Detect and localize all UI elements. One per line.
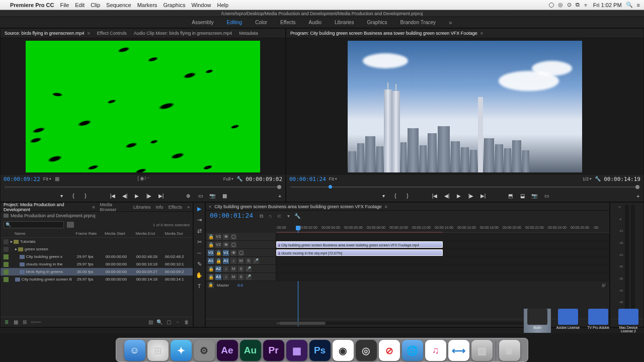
tab-program[interactable]: Program: City building green screen Busi… — [290, 31, 477, 36]
sync-lock-icon[interactable]: ◯ — [230, 234, 236, 240]
goto-out-icon[interactable]: ▶| — [479, 193, 487, 200]
dock-aftereffects-icon[interactable]: Ae — [217, 340, 238, 361]
solo-button[interactable]: S — [238, 274, 244, 280]
source-scrubber[interactable] — [1, 183, 285, 191]
dock-app-icon[interactable]: ◎ — [356, 340, 377, 361]
step-back-icon[interactable]: ◀| — [443, 193, 450, 200]
track-content[interactable] — [276, 233, 609, 240]
menu-icon[interactable]: ≡ — [637, 2, 640, 8]
lock-icon[interactable]: 🔒 — [215, 250, 221, 256]
track-target[interactable]: V2 — [215, 242, 221, 248]
desktop-item[interactable]: TV Pro Adobe — [585, 309, 612, 333]
tab-media-browser[interactable]: Media Browser — [100, 202, 128, 212]
lock-icon[interactable]: 🔒 — [208, 242, 214, 248]
menu-sequence[interactable]: Sequence — [103, 2, 134, 8]
marker-icon[interactable]: ▾ — [58, 193, 65, 200]
mute-button[interactable]: M — [230, 266, 236, 272]
voice-over-icon[interactable]: 🎤 — [246, 266, 252, 272]
marker-icon[interactable]: ▾ — [285, 213, 291, 219]
tab-effects[interactable]: Effects — [169, 205, 182, 210]
project-row[interactable]: ▸ Tutorials — [1, 238, 193, 245]
dock-photoshop-icon[interactable]: Ps — [309, 340, 331, 361]
menu-file[interactable]: File — [57, 2, 72, 8]
export-frame-icon[interactable]: 📷 — [209, 193, 216, 200]
track-target[interactable]: A1 — [223, 258, 229, 264]
workspace-audio[interactable]: Audio — [308, 20, 321, 25]
button-editor-icon[interactable]: ▦ — [221, 193, 228, 200]
desktop-item[interactable]: Build — [524, 309, 551, 333]
menu-help[interactable]: Help — [214, 2, 232, 8]
add-button-icon[interactable]: + — [636, 194, 639, 199]
wrench-icon[interactable]: 🔧 — [595, 176, 601, 182]
wifi-icon[interactable]: ᯤ — [584, 2, 589, 8]
lock-icon[interactable]: 🔒 — [208, 274, 214, 280]
linked-selection-icon[interactable]: ⊂ — [276, 213, 282, 219]
clip-v1[interactable]: ▮ clouds moving in the sky.mp4 [72.67%] — [276, 249, 443, 256]
toggle-output-icon[interactable]: ♪ — [223, 266, 229, 272]
source-in-timecode[interactable]: 00:00:09:22 — [4, 176, 40, 183]
bracket-icon[interactable]: }→ — [144, 175, 150, 182]
col-name[interactable]: Name — [15, 231, 75, 236]
dock-mediaencoder-icon[interactable]: ▦ — [286, 340, 307, 361]
tab-metadata[interactable]: Metadata — [239, 31, 258, 36]
project-row[interactable]: clouds moving in the29.97 fps00:00:00:00… — [1, 260, 193, 268]
goto-in-icon[interactable]: |◀ — [431, 193, 438, 200]
track-content[interactable]: ▮ City building green screen Business ar… — [276, 241, 609, 248]
razor-tool-icon[interactable]: ✂ — [195, 238, 203, 246]
track-target[interactable]: A3 — [215, 274, 221, 280]
dock-news-icon[interactable]: ⊘ — [379, 340, 400, 361]
screencast-icon[interactable] — [549, 3, 554, 8]
col-media-end[interactable]: Media End — [136, 231, 165, 236]
dock-itunes-icon[interactable]: ♫ — [425, 340, 446, 361]
sync-lock-icon[interactable]: ◯ — [230, 242, 236, 248]
col-media-dur[interactable]: Media Dur — [165, 231, 190, 236]
app-name[interactable]: Premiere Pro CC — [7, 2, 57, 8]
lock-icon[interactable]: 🔒 — [208, 266, 214, 272]
track-select-tool-icon[interactable]: ⇥ — [195, 216, 203, 224]
compare-icon[interactable]: ▭ — [543, 193, 550, 200]
play-icon[interactable]: ▶ — [455, 193, 462, 200]
trash-icon[interactable]: 🗑 — [184, 319, 190, 325]
icon-view-icon[interactable]: ▦ — [13, 319, 19, 325]
grid-icon[interactable]: ▦ — [54, 176, 60, 182]
in-point-icon[interactable]: { — [70, 193, 77, 200]
ripple-tool-icon[interactable]: ⇄ — [195, 227, 203, 235]
wrench-icon[interactable]: 🔧 — [236, 176, 243, 182]
slip-tool-icon[interactable]: ↔ — [195, 249, 203, 257]
source-res-select[interactable]: Full — [223, 176, 234, 182]
solo-button[interactable]: S — [238, 266, 244, 272]
project-search-input[interactable]: 🔍 — [4, 221, 64, 228]
menubar-extra-icon[interactable]: ⊙ — [567, 2, 572, 8]
magnet-icon[interactable]: ∩ — [267, 213, 273, 219]
end-icon[interactable]: ⊮ — [602, 283, 606, 288]
new-bin-icon[interactable]: ▢ — [166, 319, 172, 325]
track-target[interactable]: A2 — [215, 266, 221, 272]
workspace-custom[interactable]: Brandon Tracey — [400, 20, 436, 25]
menu-graphics[interactable]: Graphics — [160, 2, 188, 8]
track-content[interactable]: ▮ clouds moving in the sky.mp4 [72.67%] — [276, 249, 609, 256]
sequence-name[interactable]: City building green screen Business area… — [214, 204, 381, 209]
tab-project[interactable]: Project: Media Production and Developmen… — [4, 202, 87, 212]
dock-preview-icon[interactable]: ▧ — [471, 340, 493, 361]
insert-icon[interactable]: ⊕ — [185, 193, 192, 200]
desktop-item[interactable]: Adobe License — [554, 309, 582, 333]
dock-settings-icon[interactable]: ⚙ — [194, 340, 215, 361]
program-zoom-select[interactable]: Fit — [329, 176, 337, 182]
solo-button[interactable]: S — [246, 258, 252, 264]
overwrite-icon[interactable]: ▭ — [197, 193, 204, 200]
menu-markers[interactable]: Markers — [134, 2, 160, 8]
timeline-zoom-bar[interactable] — [279, 322, 536, 325]
freeform-view-icon[interactable]: ⊞ — [22, 319, 28, 325]
track-target[interactable]: V1 — [223, 250, 229, 256]
workspace-libraries[interactable]: Libraries — [335, 20, 354, 25]
tab-audio-clip-mixer[interactable]: Audio Clip Mixer: birds flying in greens… — [134, 31, 232, 36]
menu-edit[interactable]: Edit — [72, 2, 88, 8]
snap-icon[interactable]: ⧉ — [258, 213, 264, 219]
bin-icon[interactable] — [67, 222, 74, 228]
workspace-editing[interactable]: Editing — [227, 20, 243, 25]
new-item-icon[interactable]: ▫ — [175, 319, 181, 325]
tab-menu-icon[interactable]: ≡ — [480, 31, 483, 36]
dock-app-icon[interactable]: 🌐 — [402, 340, 423, 361]
lock-icon[interactable]: 🔒 — [208, 282, 214, 288]
sync-lock-icon[interactable]: ◯ — [238, 250, 244, 256]
